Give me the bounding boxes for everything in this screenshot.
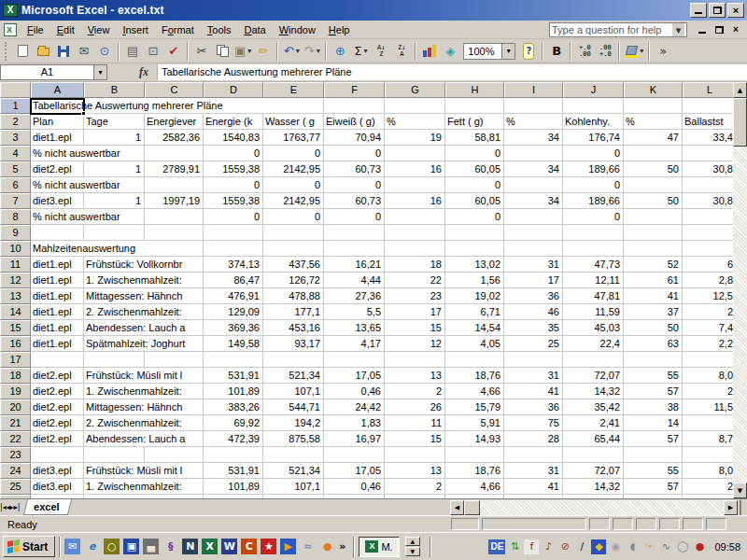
cell-D24[interactable]: 531,91 bbox=[204, 463, 263, 479]
cell-L19[interactable]: 2 bbox=[683, 384, 733, 399]
cell-K14[interactable]: 37 bbox=[624, 304, 683, 320]
cell-B13[interactable]: Mittagessen: Hähnch bbox=[84, 288, 204, 304]
cell-F23[interactable] bbox=[324, 447, 385, 463]
cell-J4[interactable]: 0 bbox=[563, 146, 624, 161]
cell-I23[interactable] bbox=[504, 447, 563, 463]
fill-handle[interactable] bbox=[81, 111, 86, 116]
cell-A17[interactable] bbox=[31, 352, 84, 368]
cell-A5[interactable]: diet2.epl bbox=[31, 161, 84, 177]
col-header-J[interactable]: J bbox=[563, 82, 624, 98]
cell-A14[interactable]: diet1.epl bbox=[31, 304, 84, 320]
cell-G25[interactable]: 2 bbox=[385, 479, 445, 495]
cell-L5[interactable]: 30,8 bbox=[683, 161, 733, 177]
menu-edit[interactable]: Edit bbox=[50, 22, 81, 37]
cell-F17[interactable] bbox=[324, 352, 385, 368]
cell-I24[interactable]: 31 bbox=[504, 463, 563, 479]
quick-launch-internet-explorer[interactable]: e bbox=[84, 539, 100, 554]
cell-K6[interactable] bbox=[624, 177, 683, 193]
cell-A21[interactable]: diet2.epl bbox=[31, 415, 84, 431]
cell-K15[interactable]: 50 bbox=[624, 320, 683, 336]
cell-A3[interactable]: diet1.epl bbox=[31, 130, 84, 146]
taskbar-scroll-down-icon[interactable]: ▼ bbox=[405, 547, 420, 556]
quick-launch-outlook-express[interactable]: ✉ bbox=[64, 539, 80, 554]
horizontal-scrollbar[interactable]: ◀ ▶ bbox=[450, 499, 738, 515]
paste-icon[interactable]: ▣▾ bbox=[233, 42, 252, 61]
cell-L7[interactable]: 30,8 bbox=[683, 193, 733, 209]
cell-A22[interactable]: diet2.epl bbox=[31, 431, 84, 447]
cell-K10[interactable] bbox=[624, 241, 683, 257]
insert-hyperlink-icon[interactable]: ⊕ bbox=[331, 42, 349, 61]
cell-G22[interactable]: 15 bbox=[385, 431, 445, 447]
cell-J7[interactable]: 189,66 bbox=[563, 193, 624, 209]
cell-C17[interactable] bbox=[145, 352, 204, 368]
tray-update-icon[interactable]: ⇅ bbox=[507, 539, 522, 554]
cell-D23[interactable] bbox=[204, 447, 263, 463]
cell-D13[interactable]: 476,91 bbox=[204, 288, 263, 304]
row-header-15[interactable]: 15 bbox=[0, 320, 31, 336]
cell-L21[interactable] bbox=[683, 415, 733, 431]
cell-A11[interactable]: diet1.epl bbox=[31, 257, 84, 273]
cell-I2[interactable]: % bbox=[504, 114, 563, 130]
cell-G1[interactable] bbox=[385, 98, 445, 114]
row-header-14[interactable]: 14 bbox=[0, 304, 31, 320]
bold-icon[interactable]: B bbox=[547, 42, 566, 61]
cell-F4[interactable]: 0 bbox=[324, 146, 385, 161]
cell-H11[interactable]: 13,02 bbox=[445, 257, 504, 273]
cell-D6[interactable]: 0 bbox=[204, 177, 263, 193]
cell-B3[interactable]: 1 bbox=[84, 130, 145, 146]
cell-B15[interactable]: Abendessen: Lauch a bbox=[84, 320, 204, 336]
cell-B14[interactable]: 2. Zwischenmahlzeit: bbox=[84, 304, 204, 320]
cell-L14[interactable]: 2 bbox=[683, 304, 733, 320]
dropdown-arrow-icon[interactable]: ▾ bbox=[363, 47, 367, 55]
cell-A19[interactable]: diet2.epl bbox=[31, 384, 84, 399]
cell-C3[interactable]: 2582,36 bbox=[145, 130, 204, 146]
cell-D14[interactable]: 129,09 bbox=[204, 304, 263, 320]
cell-H14[interactable]: 6,71 bbox=[445, 304, 504, 320]
sort-descending-icon[interactable]: Z↓ A bbox=[392, 42, 411, 61]
cell-A18[interactable]: diet2.epl bbox=[31, 368, 84, 384]
menu-tools[interactable]: Tools bbox=[201, 22, 238, 37]
cell-I1[interactable] bbox=[504, 98, 563, 114]
cell-D21[interactable]: 69,92 bbox=[204, 415, 263, 431]
sheet-tab-excel[interactable]: excel bbox=[23, 499, 72, 515]
row-header-5[interactable]: 5 bbox=[0, 161, 31, 177]
cell-H24[interactable]: 18,76 bbox=[445, 463, 504, 479]
tray-recorder-icon[interactable]: ● bbox=[692, 539, 707, 554]
row-header-2[interactable]: 2 bbox=[0, 114, 31, 130]
menu-data[interactable]: Data bbox=[237, 22, 272, 37]
cell-B19[interactable]: 1. Zwischenmahlzeit: bbox=[84, 384, 204, 399]
cell-F20[interactable]: 24,42 bbox=[324, 399, 385, 415]
cell-J9[interactable] bbox=[563, 225, 624, 241]
cell-A6[interactable]: % nicht auswertbar bbox=[31, 177, 145, 193]
cell-K9[interactable] bbox=[624, 225, 683, 241]
cell-F1[interactable] bbox=[324, 98, 385, 114]
cell-G8[interactable] bbox=[385, 209, 445, 225]
cell-J2[interactable]: Kohlenhy. bbox=[563, 114, 624, 130]
cell-A4[interactable]: % nicht auswertbar bbox=[31, 146, 145, 161]
cell-I11[interactable]: 31 bbox=[504, 257, 563, 273]
cell-J23[interactable] bbox=[563, 447, 624, 463]
row-header-16[interactable]: 16 bbox=[0, 336, 31, 352]
cell-L20[interactable]: 11,5 bbox=[683, 399, 733, 415]
cell-J10[interactable] bbox=[563, 241, 624, 257]
dropdown-arrow-icon[interactable]: ▾ bbox=[640, 47, 643, 55]
cell-E23[interactable] bbox=[263, 447, 324, 463]
cell-B17[interactable] bbox=[84, 352, 145, 368]
cell-H5[interactable]: 60,05 bbox=[445, 161, 504, 177]
row-header-21[interactable]: 21 bbox=[0, 415, 31, 431]
tab-split-handle[interactable] bbox=[740, 500, 747, 515]
increase-decimal-icon[interactable]: +.0 .00 bbox=[575, 42, 594, 61]
cell-J13[interactable]: 47,81 bbox=[563, 288, 624, 304]
quick-launch-firefox[interactable]: ● bbox=[319, 539, 335, 554]
cell-I8[interactable] bbox=[504, 209, 563, 225]
cell-D25[interactable]: 101,89 bbox=[204, 479, 263, 495]
row-header-10[interactable]: 10 bbox=[0, 241, 31, 257]
cell-H15[interactable]: 14,54 bbox=[445, 320, 504, 336]
cell-D5[interactable]: 1559,38 bbox=[204, 161, 263, 177]
row-header-4[interactable]: 4 bbox=[0, 146, 31, 161]
cell-I10[interactable] bbox=[504, 241, 563, 257]
quick-launch-red-app[interactable]: ★ bbox=[261, 539, 276, 554]
cell-I9[interactable] bbox=[504, 225, 563, 241]
spelling-icon[interactable]: ✔ bbox=[164, 42, 183, 61]
row-header-1[interactable]: 1 bbox=[0, 98, 31, 114]
